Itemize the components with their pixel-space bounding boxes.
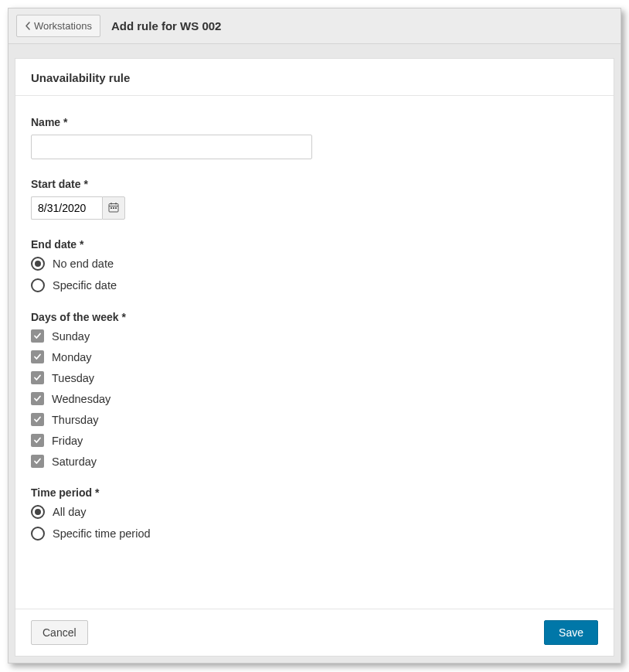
app-window: Workstations Add rule for WS 002 Unavail… [8,8,621,663]
end-date-option-label: Specific date [53,279,117,292]
end-date-option[interactable]: Specific date [31,278,598,292]
start-date-label: Start date * [31,178,598,190]
day-item[interactable]: Tuesday [31,371,598,384]
radio-icon [31,257,45,271]
checkbox-icon [31,413,44,426]
page-header: Workstations Add rule for WS 002 [8,9,620,44]
checkbox-icon [31,455,44,468]
card-title: Unavailability rule [15,59,614,96]
field-name: Name * [31,116,598,159]
card-body: Name * Start date * [15,96,614,609]
time-period-option-label: All day [53,506,87,518]
day-item-label: Wednesday [52,393,110,405]
content-area: Unavailability rule Name * Start date * [8,44,620,663]
name-label: Name * [31,116,598,128]
chevron-left-icon [25,22,31,30]
calendar-icon [108,202,119,215]
day-item-label: Saturday [52,455,97,468]
back-button[interactable]: Workstations [16,15,100,37]
time-period-option[interactable]: All day [31,505,598,519]
end-date-option[interactable]: No end date [31,257,598,271]
day-item[interactable]: Sunday [31,329,598,343]
end-date-option-label: No end date [53,258,114,270]
day-item[interactable]: Friday [31,434,598,447]
date-picker-button[interactable] [102,196,125,220]
time-period-option-label: Specific time period [53,527,151,540]
day-item-label: Sunday [52,330,90,343]
day-item[interactable]: Saturday [31,455,598,468]
start-date-wrapper [31,196,125,220]
name-input[interactable] [31,135,312,159]
radio-icon [31,527,45,541]
svg-rect-6 [115,207,117,209]
day-item-label: Friday [52,435,83,447]
checkbox-icon [31,350,44,363]
svg-rect-4 [110,207,112,209]
time-period-label: Time period * [31,486,598,499]
svg-rect-5 [113,207,114,209]
field-end-date: End date * No end dateSpecific date [31,238,598,292]
time-period-option[interactable]: Specific time period [31,527,598,541]
day-item-label: Monday [52,351,92,363]
day-item[interactable]: Wednesday [31,392,598,405]
field-start-date: Start date * [31,178,598,220]
days-label: Days of the week * [31,311,598,323]
radio-icon [31,278,45,292]
save-button[interactable]: Save [544,620,598,645]
day-item[interactable]: Thursday [31,413,598,426]
page-title: Add rule for WS 002 [111,19,222,32]
checkbox-icon [31,392,44,405]
start-date-input[interactable] [31,196,102,220]
form-card: Unavailability rule Name * Start date * [15,58,614,657]
back-button-label: Workstations [34,20,92,32]
cancel-button[interactable]: Cancel [31,620,88,645]
day-item[interactable]: Monday [31,350,598,363]
card-footer: Cancel Save [15,609,614,656]
checkbox-icon [31,329,44,343]
checkbox-icon [31,434,44,447]
checkbox-icon [31,371,44,384]
field-time-period: Time period * All daySpecific time perio… [31,486,598,541]
day-item-label: Tuesday [52,372,94,384]
end-date-label: End date * [31,238,598,251]
radio-icon [31,505,45,519]
day-item-label: Thursday [52,414,98,426]
field-days: Days of the week * SundayMondayTuesdayWe… [31,311,598,468]
